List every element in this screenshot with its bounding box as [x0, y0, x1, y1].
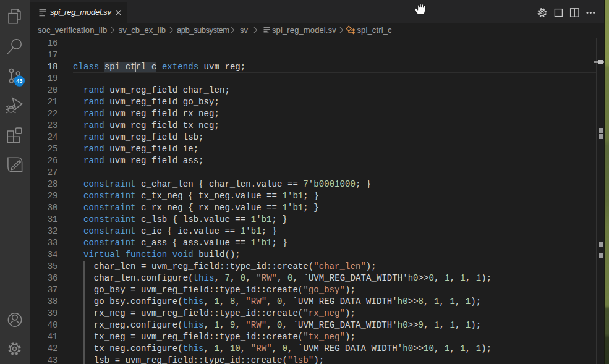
svg-text:43: 43 [16, 78, 22, 84]
